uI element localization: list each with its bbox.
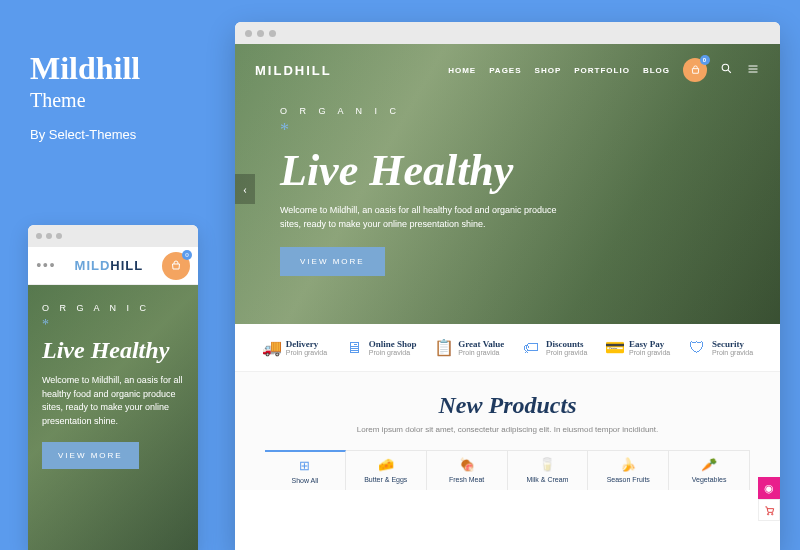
mobile-preview-window: ••• MILDHILL 0 O R G A N I C * Live Heal… [28, 225, 198, 550]
hero-headline: Live Healthy [42, 337, 184, 364]
tab-butter-eggs[interactable]: 🧀Butter & Eggs [346, 450, 427, 490]
mobile-header: ••• MILDHILL 0 [28, 247, 198, 285]
cart-icon [764, 505, 775, 516]
view-more-button[interactable]: VIEW MORE [42, 442, 139, 469]
new-products-section: New Products Lorem ipsum dolor sit amet,… [235, 372, 780, 442]
star-icon: * [280, 120, 735, 141]
section-title: New Products [255, 392, 760, 419]
banana-icon: 🍌 [592, 457, 664, 473]
hero-description: Welcome to Mildhill, an oasis for all he… [42, 374, 184, 428]
basket-icon [690, 65, 701, 76]
basket-icon [170, 260, 182, 272]
tab-vegetables[interactable]: 🥕Vegetables [669, 450, 750, 490]
features-row: 🚚 DeliveryProin gravida 🖥 Online ShopPro… [235, 324, 780, 372]
view-more-button[interactable]: VIEW MORE [280, 247, 385, 276]
clipboard-icon: 📋 [434, 338, 452, 357]
mobile-window-bar [28, 225, 198, 247]
category-tabs: ⊞Show All 🧀Butter & Eggs 🍖Fresh Meat 🥛Mi… [235, 442, 780, 490]
tag-icon: 🏷 [522, 339, 540, 357]
nav-home[interactable]: HOME [448, 66, 476, 75]
nav-pages[interactable]: PAGES [489, 66, 521, 75]
svg-point-5 [767, 513, 768, 514]
settings-widget[interactable]: ◉ [758, 477, 780, 499]
monitor-icon: 🖥 [345, 339, 363, 357]
hero-description: Welcome to Mildhill, an oasis for all he… [280, 204, 570, 231]
nav-portfolio[interactable]: PORTFOLIO [574, 66, 630, 75]
shield-icon: 🛡 [688, 339, 706, 357]
tab-show-all[interactable]: ⊞Show All [265, 450, 346, 490]
theme-subtitle: Theme [30, 89, 140, 112]
nav-links: HOME PAGES SHOP PORTFOLIO BLOG 0 [448, 58, 760, 82]
nav-shop[interactable]: SHOP [535, 66, 562, 75]
milk-icon: 🥛 [512, 457, 584, 473]
cart-button[interactable]: 0 [683, 58, 707, 82]
tab-season-fruits[interactable]: 🍌Season Fruits [588, 450, 669, 490]
feature-discounts: 🏷 DiscountsProin gravida [522, 338, 587, 357]
mobile-logo[interactable]: MILDHILL [75, 258, 144, 273]
prev-slide-arrow[interactable]: ‹ [235, 174, 255, 204]
feature-online-shop: 🖥 Online ShopProin gravida [345, 338, 417, 357]
feature-delivery: 🚚 DeliveryProin gravida [262, 338, 327, 357]
cart-widget[interactable] [758, 499, 780, 521]
svg-line-1 [728, 70, 731, 73]
carrot-icon: 🥕 [673, 457, 745, 473]
svg-point-6 [771, 513, 772, 514]
feature-easy-pay: 💳 Easy PayProin gravida [605, 338, 670, 357]
hero-body: O R G A N I C * Live Healthy Welcome to … [235, 96, 780, 286]
desktop-nav: MILDHILL HOME PAGES SHOP PORTFOLIO BLOG … [235, 44, 780, 96]
svg-point-0 [722, 64, 729, 71]
theme-byline: By Select-Themes [30, 127, 140, 142]
side-widgets: ◉ [758, 477, 780, 521]
desktop-preview-window: MILDHILL HOME PAGES SHOP PORTFOLIO BLOG … [235, 22, 780, 550]
feature-great-value: 📋 Great ValueProin gravida [434, 338, 504, 357]
star-icon: * [42, 317, 184, 333]
theme-title: Mildhill [30, 50, 140, 87]
menu-icon[interactable] [746, 62, 760, 78]
theme-info-panel: Mildhill Theme By Select-Themes [30, 50, 140, 142]
cart-button[interactable]: 0 [162, 252, 190, 280]
desktop-hero: MILDHILL HOME PAGES SHOP PORTFOLIO BLOG … [235, 44, 780, 324]
section-subtitle: Lorem ipsum dolor sit amet, consectetur … [255, 425, 760, 434]
search-icon[interactable] [720, 62, 733, 78]
tab-fresh-meat[interactable]: 🍖Fresh Meat [427, 450, 508, 490]
feature-security: 🛡 SecurityProin gravida [688, 338, 753, 357]
meat-icon: 🍖 [431, 457, 503, 473]
truck-icon: 🚚 [262, 338, 280, 357]
tab-milk-cream[interactable]: 🥛Milk & Cream [508, 450, 589, 490]
hero-headline: Live Healthy [280, 145, 735, 196]
card-icon: 💳 [605, 338, 623, 357]
desktop-window-bar [235, 22, 780, 44]
desktop-logo[interactable]: MILDHILL [255, 63, 332, 78]
cart-badge: 0 [182, 250, 192, 260]
grid-icon: ⊞ [269, 458, 341, 474]
hamburger-icon[interactable]: ••• [36, 257, 56, 275]
nav-blog[interactable]: BLOG [643, 66, 670, 75]
hero-tag: O R G A N I C [42, 303, 184, 313]
mobile-hero: O R G A N I C * Live Healthy Welcome to … [28, 285, 198, 550]
cheese-icon: 🧀 [350, 457, 422, 473]
hero-tag: O R G A N I C [280, 106, 735, 116]
cart-badge: 0 [700, 55, 710, 65]
